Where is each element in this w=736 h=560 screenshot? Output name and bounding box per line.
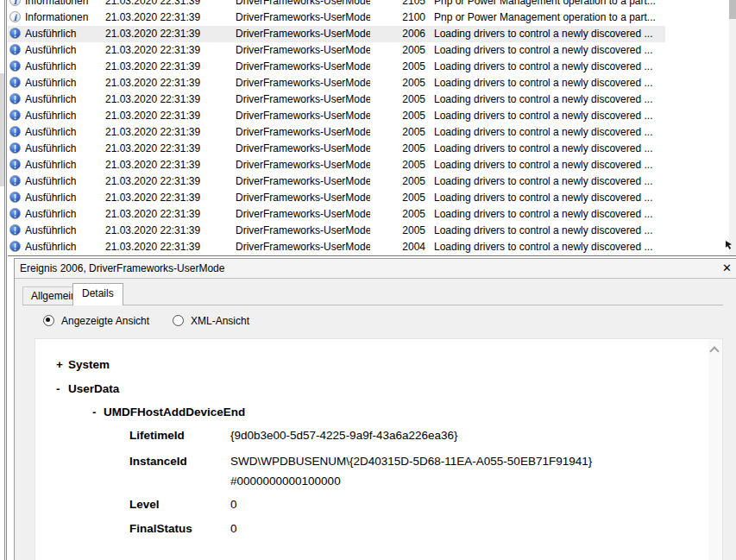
event-source: DriverFrameworks-UserMode [236, 173, 370, 190]
event-row[interactable]: ! Ausführlich 21.03.2020 22:31:39 Driver… [8, 157, 665, 173]
event-source: DriverFrameworks-UserMode [236, 206, 370, 223]
event-row[interactable]: ! Ausführlich 21.03.2020 22:31:39 Driver… [8, 223, 665, 239]
event-message: Loading drivers to control a newly disco… [434, 206, 665, 223]
event-level: Informationen [25, 9, 104, 26]
event-row[interactable]: i Informationen 21.03.2020 22:31:39 Driv… [8, 0, 665, 9]
event-message: Loading drivers to control a newly disco… [434, 173, 665, 190]
level-icon: ! [9, 224, 21, 236]
event-source: DriverFrameworks-UserMode [236, 157, 370, 173]
field-value: 0 [230, 494, 679, 514]
event-list-scrollbar-thumb[interactable] [729, 0, 736, 19]
event-level: Ausführlich [25, 141, 104, 157]
event-id: 2005 [370, 190, 425, 206]
event-id: 2005 [370, 206, 425, 223]
event-level: Ausführlich [25, 206, 104, 223]
event-row[interactable]: ! Ausführlich 21.03.2020 22:31:39 Driver… [8, 91, 665, 108]
event-message: Loading drivers to control a newly disco… [434, 141, 665, 157]
event-source: DriverFrameworks-UserMode [236, 9, 370, 26]
event-level: Ausführlich [25, 239, 104, 255]
event-row[interactable]: ! Ausführlich 21.03.2020 22:31:39 Driver… [8, 124, 665, 141]
event-row[interactable]: ! Ausführlich 21.03.2020 22:31:39 Driver… [8, 190, 665, 206]
level-icon: i [9, 0, 21, 6]
details-scrollbar[interactable] [708, 339, 722, 560]
event-source: DriverFrameworks-UserMode [236, 91, 370, 108]
event-row[interactable]: ! Ausführlich 21.03.2020 22:31:39 Driver… [8, 239, 665, 255]
radio-xml-ansicht[interactable] [173, 315, 184, 326]
event-id: 2005 [370, 124, 425, 141]
panel-divider [6, 0, 7, 560]
level-icon: ! [9, 192, 21, 203]
event-id: 2005 [370, 108, 425, 124]
event-source: DriverFrameworks-UserMode [236, 26, 370, 42]
event-row[interactable]: ! Ausführlich 21.03.2020 22:31:39 Driver… [8, 75, 665, 91]
event-id: 2005 [370, 173, 425, 190]
event-id: 2100 [370, 9, 425, 26]
event-list: i Informationen 21.03.2020 22:31:39 Driv… [8, 0, 729, 255]
event-message: Loading drivers to control a newly disco… [434, 157, 665, 173]
details-content: + System - UserData - UMDFHostAddDeviceE… [35, 338, 723, 560]
radio-angezeigte-ansicht[interactable] [43, 315, 54, 326]
event-id: 2005 [370, 75, 425, 91]
field-name: InstanceId [129, 455, 187, 468]
field-value: {9d0b3e00-5d57-4225-9a9f-43a6a226ea36} [230, 425, 679, 445]
event-row[interactable]: ! Ausführlich 21.03.2020 22:31:39 Driver… [8, 59, 665, 75]
radio-label-angezeigte-ansicht[interactable]: Angezeigte Ansicht [61, 314, 149, 328]
event-source: DriverFrameworks-UserMode [236, 223, 370, 239]
level-icon: ! [9, 126, 21, 137]
tab-details[interactable]: Details [72, 283, 123, 305]
event-level: Ausführlich [25, 75, 104, 91]
event-row[interactable]: i Informationen 21.03.2020 22:31:39 Driv… [8, 9, 665, 26]
event-source: DriverFrameworks-UserMode [236, 0, 370, 9]
event-source: DriverFrameworks-UserMode [236, 42, 370, 59]
event-message: Loading drivers to control a newly disco… [434, 26, 665, 42]
event-source: DriverFrameworks-UserMode [236, 141, 370, 157]
event-row[interactable]: ! Ausführlich 21.03.2020 22:31:39 Driver… [8, 108, 665, 124]
event-message: Loading drivers to control a newly disco… [434, 75, 665, 91]
event-id: 2005 [370, 59, 425, 75]
radio-label-xml-ansicht[interactable]: XML-Ansicht [191, 314, 249, 328]
event-list-scrollbar[interactable] [729, 0, 736, 255]
event-datetime: 21.03.2020 22:31:39 [105, 9, 235, 26]
level-icon: ! [9, 241, 21, 252]
event-level: Ausführlich [25, 190, 104, 206]
level-icon: ! [9, 93, 21, 104]
event-source: DriverFrameworks-UserMode [236, 124, 370, 141]
event-source: DriverFrameworks-UserMode [236, 190, 370, 206]
event-row[interactable]: ! Ausführlich 21.03.2020 22:31:39 Driver… [8, 141, 665, 157]
level-icon: ! [9, 44, 21, 55]
level-icon: ! [9, 77, 21, 88]
expander-icon[interactable]: - [92, 406, 97, 418]
event-datetime: 21.03.2020 22:31:39 [105, 75, 235, 91]
expander-icon[interactable]: + [56, 358, 63, 371]
event-message: Loading drivers to control a newly disco… [434, 124, 665, 141]
level-icon: ! [9, 28, 21, 39]
event-datetime: 21.03.2020 22:31:39 [105, 26, 235, 42]
event-id: 2005 [370, 42, 425, 59]
field-name: LifetimeId [129, 429, 185, 442]
event-datetime: 21.03.2020 22:31:39 [105, 59, 235, 75]
event-row[interactable]: ! Ausführlich 21.03.2020 22:31:39 Driver… [8, 42, 665, 59]
expander-icon[interactable]: - [56, 382, 60, 395]
event-message: Loading drivers to control a newly disco… [434, 190, 665, 206]
panel-divider [4, 0, 5, 560]
event-message: Loading drivers to control a newly disco… [434, 223, 665, 239]
event-row[interactable]: ! Ausführlich 21.03.2020 22:31:39 Driver… [8, 173, 665, 190]
details-title-bar: Ereignis 2006, DriverFrameworks-UserMode… [15, 259, 736, 279]
event-level: Ausführlich [25, 124, 104, 141]
event-level: Ausführlich [25, 157, 104, 173]
event-message: Pnp or Power Management operation to a p… [434, 9, 665, 26]
event-viewer-window: i Informationen 21.03.2020 22:31:39 Driv… [0, 0, 736, 560]
event-row[interactable]: ! Ausführlich 21.03.2020 22:31:39 Driver… [8, 206, 665, 223]
event-datetime: 21.03.2020 22:31:39 [105, 223, 235, 239]
close-icon[interactable]: ✕ [722, 261, 732, 276]
event-row[interactable]: ! Ausführlich 21.03.2020 22:31:39 Driver… [8, 26, 665, 42]
level-icon: ! [9, 60, 21, 72]
event-level: Ausführlich [25, 91, 104, 108]
event-datetime: 21.03.2020 22:31:39 [105, 141, 235, 157]
tab-rule [22, 305, 723, 305]
event-level: Ausführlich [25, 42, 104, 59]
splitter[interactable] [8, 255, 736, 256]
event-level: Ausführlich [25, 108, 104, 124]
level-icon: ! [9, 142, 21, 154]
chevron-up-icon[interactable] [709, 346, 719, 356]
